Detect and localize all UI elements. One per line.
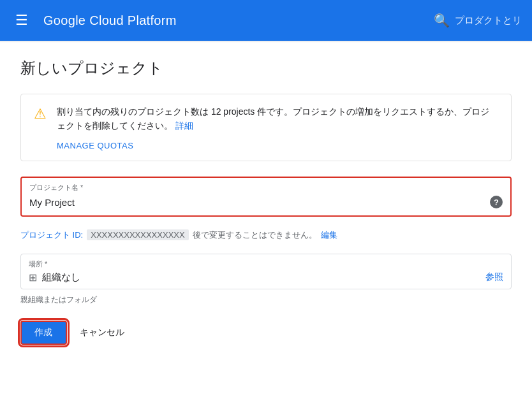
app-title: Google Cloud Platform	[43, 13, 424, 28]
location-row: ⊞ 組織なし 参照	[29, 272, 503, 284]
browse-link[interactable]: 参照	[485, 272, 503, 283]
manage-quotas-link[interactable]: MANAGE QUOTAS	[57, 141, 498, 150]
header: ☰ Google Cloud Platform 🔍 プロダクトとリ	[0, 0, 532, 41]
cancel-button[interactable]: キャンセル	[77, 322, 127, 344]
page-title: 新しいプロジェクト	[20, 58, 512, 78]
project-name-input[interactable]	[29, 194, 485, 210]
buttons-row: 作成 キャンセル	[20, 321, 512, 345]
location-hint: 親組織またはフォルダ	[20, 294, 512, 305]
project-name-label: プロジェクト名 *	[29, 183, 83, 192]
project-name-field-container: プロジェクト名 * ?	[20, 177, 512, 217]
warning-icon: ⚠	[34, 106, 47, 122]
search-icon[interactable]: 🔍	[434, 13, 450, 28]
create-button[interactable]: 作成	[20, 321, 67, 345]
project-id-label: プロジェクト ID:	[20, 229, 83, 241]
location-value: 組織なし	[42, 272, 485, 284]
project-id-note: 後で変更することはできません。	[193, 229, 317, 241]
warning-content: 割り当て内の残りのプロジェクト数は 12 projects 件です。プロジェクト…	[57, 105, 498, 150]
help-icon[interactable]: ?	[490, 196, 503, 208]
project-id-edit-link[interactable]: 編集	[321, 229, 337, 241]
project-name-section: プロジェクト名 * ?	[20, 177, 512, 217]
main-content: 新しいプロジェクト ⚠ 割り当て内の残りのプロジェクト数は 12 project…	[0, 43, 532, 360]
search-label: プロダクトとリ	[455, 15, 522, 27]
warning-box: ⚠ 割り当て内の残りのプロジェクト数は 12 projects 件です。プロジェ…	[20, 94, 512, 161]
project-id-value: XXXXXXXXXXXXXXXXX	[87, 229, 188, 240]
project-id-row: プロジェクト ID: XXXXXXXXXXXXXXXXX 後で変更することはでき…	[20, 229, 512, 241]
menu-icon[interactable]: ☰	[10, 7, 33, 34]
location-field-container: 場所 * ⊞ 組織なし 参照	[20, 254, 512, 289]
location-icon: ⊞	[29, 272, 37, 284]
location-label: 場所 *	[29, 259, 503, 269]
warning-message: 割り当て内の残りのプロジェクト数は 12 projects 件です。プロジェクト…	[57, 106, 489, 131]
warning-detail-link[interactable]: 詳細	[175, 120, 193, 131]
project-name-input-row: ?	[29, 194, 503, 210]
search-area: 🔍 プロダクトとリ	[434, 13, 522, 28]
